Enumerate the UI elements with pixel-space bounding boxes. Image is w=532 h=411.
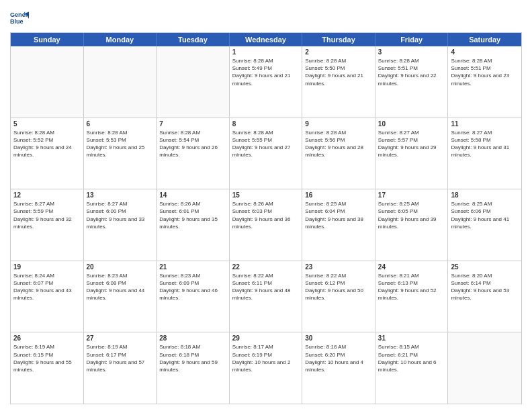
page: General Blue SundayMondayTuesdayWednesda…	[0, 0, 532, 411]
day-cell: 14Sunrise: 8:26 AMSunset: 6:01 PMDayligh…	[157, 189, 230, 261]
day-info: Sunrise: 8:22 AMSunset: 6:11 PMDaylight:…	[232, 272, 300, 302]
day-info: Sunrise: 8:27 AMSunset: 6:00 PMDaylight:…	[87, 200, 154, 230]
day-number: 5	[13, 120, 81, 128]
day-number: 11	[451, 120, 519, 128]
day-info: Sunrise: 8:17 AMSunset: 6:19 PMDaylight:…	[232, 343, 300, 373]
day-cell: 9Sunrise: 8:28 AMSunset: 5:56 PMDaylight…	[302, 118, 375, 189]
day-info: Sunrise: 8:28 AMSunset: 5:51 PMDaylight:…	[378, 57, 445, 87]
day-number: 2	[305, 48, 372, 56]
day-info: Sunrise: 8:28 AMSunset: 5:55 PMDaylight:…	[232, 129, 300, 159]
day-info: Sunrise: 8:22 AMSunset: 6:12 PMDaylight:…	[305, 272, 372, 302]
day-number: 29	[232, 334, 300, 342]
day-info: Sunrise: 8:16 AMSunset: 6:20 PMDaylight:…	[305, 343, 372, 373]
day-number: 28	[159, 334, 226, 342]
week-row: 1Sunrise: 8:28 AMSunset: 5:49 PMDaylight…	[11, 46, 521, 118]
day-header: Monday	[84, 33, 157, 46]
day-number: 10	[378, 120, 445, 128]
day-header: Tuesday	[157, 33, 230, 46]
day-cell: 1Sunrise: 8:28 AMSunset: 5:49 PMDaylight…	[230, 46, 303, 118]
day-number: 1	[232, 48, 300, 56]
day-cell	[157, 46, 230, 118]
day-number: 23	[305, 263, 372, 271]
day-cell: 20Sunrise: 8:23 AMSunset: 6:08 PMDayligh…	[84, 261, 157, 332]
day-number: 18	[451, 191, 519, 199]
day-cell: 5Sunrise: 8:28 AMSunset: 5:52 PMDaylight…	[11, 118, 84, 189]
day-number: 13	[87, 191, 154, 199]
day-number: 30	[305, 334, 372, 342]
day-number: 19	[13, 263, 81, 271]
day-number: 25	[451, 263, 519, 271]
day-number: 7	[159, 120, 226, 128]
day-cell: 3Sunrise: 8:28 AMSunset: 5:51 PMDaylight…	[375, 46, 449, 118]
day-cell: 25Sunrise: 8:20 AMSunset: 6:14 PMDayligh…	[448, 261, 521, 332]
logo: General Blue	[10, 9, 32, 28]
day-number: 31	[378, 334, 445, 342]
day-cell: 21Sunrise: 8:23 AMSunset: 6:09 PMDayligh…	[157, 261, 230, 332]
day-info: Sunrise: 8:28 AMSunset: 5:49 PMDaylight:…	[232, 57, 300, 87]
day-cell: 19Sunrise: 8:24 AMSunset: 6:07 PMDayligh…	[11, 261, 84, 332]
day-number: 26	[13, 334, 81, 342]
day-info: Sunrise: 8:26 AMSunset: 6:03 PMDaylight:…	[232, 200, 300, 230]
day-cell: 6Sunrise: 8:28 AMSunset: 5:53 PMDaylight…	[84, 118, 157, 189]
day-number: 16	[305, 191, 372, 199]
day-cell: 12Sunrise: 8:27 AMSunset: 5:59 PMDayligh…	[11, 189, 84, 261]
day-cell: 29Sunrise: 8:17 AMSunset: 6:19 PMDayligh…	[230, 332, 303, 404]
day-info: Sunrise: 8:28 AMSunset: 5:54 PMDaylight:…	[159, 129, 226, 159]
day-cell: 27Sunrise: 8:19 AMSunset: 6:17 PMDayligh…	[84, 332, 157, 404]
day-number: 17	[378, 191, 445, 199]
day-header: Saturday	[448, 33, 521, 46]
week-row: 12Sunrise: 8:27 AMSunset: 5:59 PMDayligh…	[11, 189, 521, 261]
day-info: Sunrise: 8:23 AMSunset: 6:08 PMDaylight:…	[87, 272, 154, 302]
day-number: 6	[87, 120, 154, 128]
day-info: Sunrise: 8:19 AMSunset: 6:15 PMDaylight:…	[13, 343, 81, 373]
day-info: Sunrise: 8:15 AMSunset: 6:21 PMDaylight:…	[378, 343, 445, 373]
day-cell: 11Sunrise: 8:27 AMSunset: 5:58 PMDayligh…	[448, 118, 521, 189]
day-cell: 18Sunrise: 8:25 AMSunset: 6:06 PMDayligh…	[448, 189, 521, 261]
header: General Blue	[10, 7, 522, 28]
day-header: Sunday	[11, 33, 84, 46]
day-cell: 2Sunrise: 8:28 AMSunset: 5:50 PMDaylight…	[302, 46, 375, 118]
day-number: 9	[305, 120, 372, 128]
calendar-body: 1Sunrise: 8:28 AMSunset: 5:49 PMDaylight…	[11, 46, 521, 404]
day-headers: SundayMondayTuesdayWednesdayThursdayFrid…	[11, 33, 521, 46]
day-cell: 22Sunrise: 8:22 AMSunset: 6:11 PMDayligh…	[230, 261, 303, 332]
day-info: Sunrise: 8:19 AMSunset: 6:17 PMDaylight:…	[87, 343, 154, 373]
day-number: 12	[13, 191, 81, 199]
day-number: 21	[159, 263, 226, 271]
day-cell: 4Sunrise: 8:28 AMSunset: 5:51 PMDaylight…	[448, 46, 521, 118]
day-number: 15	[232, 191, 300, 199]
day-cell: 23Sunrise: 8:22 AMSunset: 6:12 PMDayligh…	[302, 261, 375, 332]
day-info: Sunrise: 8:18 AMSunset: 6:18 PMDaylight:…	[159, 343, 226, 373]
day-info: Sunrise: 8:27 AMSunset: 5:58 PMDaylight:…	[451, 129, 519, 159]
day-number: 4	[451, 48, 519, 56]
day-number: 22	[232, 263, 300, 271]
day-cell	[11, 46, 84, 118]
day-cell: 7Sunrise: 8:28 AMSunset: 5:54 PMDaylight…	[157, 118, 230, 189]
day-cell: 31Sunrise: 8:15 AMSunset: 6:21 PMDayligh…	[375, 332, 449, 404]
day-info: Sunrise: 8:28 AMSunset: 5:56 PMDaylight:…	[305, 129, 372, 159]
day-cell: 26Sunrise: 8:19 AMSunset: 6:15 PMDayligh…	[11, 332, 84, 404]
day-cell: 17Sunrise: 8:25 AMSunset: 6:05 PMDayligh…	[375, 189, 449, 261]
day-info: Sunrise: 8:28 AMSunset: 5:53 PMDaylight:…	[87, 129, 154, 159]
day-header: Friday	[375, 33, 449, 46]
calendar: SundayMondayTuesdayWednesdayThursdayFrid…	[10, 32, 522, 404]
logo-icon: General Blue	[10, 9, 29, 28]
day-cell: 8Sunrise: 8:28 AMSunset: 5:55 PMDaylight…	[230, 118, 303, 189]
day-info: Sunrise: 8:23 AMSunset: 6:09 PMDaylight:…	[159, 272, 226, 302]
day-header: Thursday	[302, 33, 375, 46]
day-cell: 28Sunrise: 8:18 AMSunset: 6:18 PMDayligh…	[157, 332, 230, 404]
day-info: Sunrise: 8:26 AMSunset: 6:01 PMDaylight:…	[159, 200, 226, 230]
day-cell: 24Sunrise: 8:21 AMSunset: 6:13 PMDayligh…	[375, 261, 449, 332]
day-header: Wednesday	[230, 33, 303, 46]
day-number: 27	[87, 334, 154, 342]
day-number: 24	[378, 263, 445, 271]
day-cell: 30Sunrise: 8:16 AMSunset: 6:20 PMDayligh…	[302, 332, 375, 404]
day-cell	[448, 332, 521, 404]
day-info: Sunrise: 8:28 AMSunset: 5:51 PMDaylight:…	[451, 57, 519, 87]
week-row: 5Sunrise: 8:28 AMSunset: 5:52 PMDaylight…	[11, 118, 521, 190]
week-row: 26Sunrise: 8:19 AMSunset: 6:15 PMDayligh…	[11, 332, 521, 404]
day-cell: 15Sunrise: 8:26 AMSunset: 6:03 PMDayligh…	[230, 189, 303, 261]
day-number: 8	[232, 120, 300, 128]
day-info: Sunrise: 8:28 AMSunset: 5:50 PMDaylight:…	[305, 57, 372, 87]
day-number: 14	[159, 191, 226, 199]
